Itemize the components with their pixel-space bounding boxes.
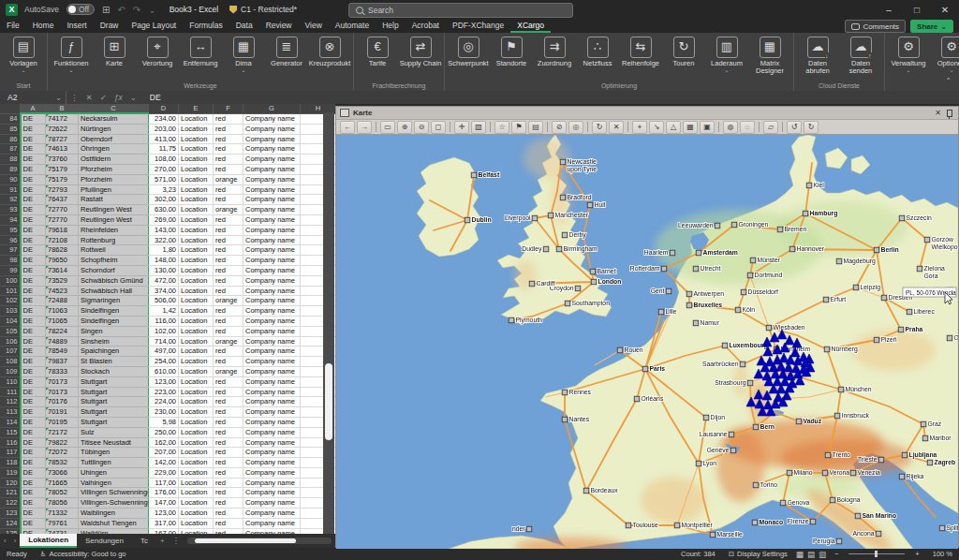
cell[interactable]: Company name — [243, 306, 301, 317]
row-header[interactable]: 95 — [0, 225, 21, 235]
cell[interactable]: Rottenburg — [79, 235, 149, 245]
cell[interactable]: red — [214, 214, 243, 225]
map-tool-forward-icon[interactable]: → — [357, 121, 372, 134]
cell[interactable]: 74613 — [46, 144, 79, 155]
cell[interactable]: Ostfildern — [79, 155, 149, 165]
cell[interactable]: Location — [179, 357, 214, 367]
display-settings-button[interactable]: ⊡Display Settings — [729, 550, 788, 558]
cell[interactable]: Location — [179, 366, 214, 376]
column-header-d[interactable]: D — [149, 104, 179, 113]
cell[interactable]: 130,00 — [149, 265, 179, 275]
cell[interactable]: 79618 — [46, 225, 79, 235]
cell[interactable]: red — [214, 184, 243, 195]
accessibility-status[interactable]: ♿Accessibility: Good to go — [40, 550, 126, 558]
row-header[interactable]: 90 — [0, 174, 21, 184]
cell[interactable]: Location — [179, 407, 214, 418]
cell[interactable]: red — [214, 458, 243, 468]
cell[interactable]: Company name — [243, 205, 301, 215]
cell[interactable]: red — [214, 164, 243, 174]
cell[interactable]: 78052 — [46, 488, 79, 498]
cell[interactable]: Location — [179, 518, 214, 528]
redo-icon[interactable]: ↷ — [133, 5, 140, 15]
cell[interactable]: Location — [179, 195, 214, 205]
cell[interactable]: 123,00 — [149, 508, 179, 519]
cell[interactable]: Location — [179, 265, 214, 275]
row-header[interactable]: 100 — [0, 275, 21, 286]
name-box[interactable]: A2⌄ — [0, 91, 66, 104]
cell[interactable]: DE — [21, 235, 46, 245]
map-tool-zoom-in-icon[interactable]: ⊕ — [397, 121, 412, 134]
ribbon-button-schwerpunkt[interactable]: ◎Schwerpunkt — [447, 35, 490, 67]
cell[interactable]: DE — [21, 498, 46, 508]
column-header-f[interactable]: F — [214, 104, 243, 113]
map-tool-rotate-left-icon[interactable]: ↺ — [787, 121, 802, 134]
cell[interactable]: red — [214, 488, 243, 498]
cell[interactable]: Company name — [243, 498, 301, 508]
cell[interactable]: Company name — [243, 124, 301, 134]
cell[interactable]: 3,23 — [149, 184, 179, 195]
cell[interactable]: Location — [179, 174, 214, 184]
cell[interactable]: 70195 — [46, 417, 79, 427]
row-header[interactable]: 112 — [0, 397, 21, 407]
cell[interactable]: 322,00 — [149, 235, 179, 245]
cell[interactable]: Location — [179, 225, 214, 235]
cell[interactable]: Location — [179, 437, 214, 448]
maximize-button[interactable]: □ — [903, 0, 931, 19]
cell[interactable]: Company name — [243, 417, 301, 427]
cell[interactable]: 162,00 — [149, 437, 179, 448]
ribbon-tab-automate[interactable]: Automate — [329, 19, 376, 33]
cell[interactable]: Location — [179, 275, 214, 286]
cell[interactable]: orange — [214, 205, 243, 215]
cell[interactable]: Company name — [243, 214, 301, 225]
cell[interactable]: Company name — [243, 235, 301, 245]
enter-icon[interactable]: ✓ — [100, 93, 107, 102]
cell[interactable]: DE — [21, 214, 46, 225]
cell[interactable]: Location — [179, 256, 214, 266]
cell[interactable]: Company name — [243, 467, 301, 478]
cell[interactable]: 78056 — [46, 498, 79, 508]
ribbon-button-kreuzprodukt[interactable]: ⊗Kreuzprodukt — [308, 35, 351, 67]
ribbon-tab-draw[interactable]: Draw — [94, 19, 125, 33]
sheet-tab-tc[interactable]: Tc — [132, 534, 156, 548]
cell[interactable]: 143,00 — [149, 225, 179, 235]
row-header[interactable]: 118 — [0, 458, 21, 468]
cell[interactable]: 71665 — [46, 478, 79, 488]
map-tool-favorites-icon[interactable]: ☆ — [494, 121, 509, 134]
ribbon-button-standorte[interactable]: ⚑Standorte — [490, 35, 533, 67]
row-header[interactable]: 111 — [0, 387, 21, 397]
cell[interactable]: Pforzheim — [79, 164, 149, 174]
horizontal-scrollbar-thumb[interactable] — [195, 538, 296, 543]
column-header-a[interactable]: A — [21, 104, 46, 113]
cell[interactable]: Company name — [243, 144, 301, 155]
cell[interactable]: Location — [179, 427, 214, 437]
cell[interactable]: Location — [179, 478, 214, 488]
cell[interactable]: 73066 — [46, 467, 79, 478]
cell[interactable]: red — [214, 306, 243, 317]
ribbon-button-funktionen[interactable]: ƒFunktionen⌄ — [50, 35, 93, 72]
cell[interactable]: 1,80 — [149, 245, 179, 256]
row-header[interactable]: 107 — [0, 346, 21, 357]
cell[interactable]: Location — [179, 144, 214, 155]
cell[interactable]: DE — [21, 174, 46, 184]
map-tool-zoom-window-icon[interactable]: ◻ — [431, 121, 446, 134]
cell[interactable]: 11,75 — [149, 144, 179, 155]
cell[interactable]: Location — [179, 155, 214, 165]
cell[interactable]: 79761 — [46, 518, 79, 528]
sheet-nav-left-icon[interactable]: ‹ — [4, 537, 7, 545]
sensitivity-label[interactable]: C1 - Restricted* — [241, 5, 297, 14]
cell[interactable]: Reutlingen West — [79, 214, 149, 225]
cell[interactable]: DE — [21, 387, 46, 397]
cell[interactable]: Company name — [243, 448, 301, 458]
cell[interactable]: Location — [179, 164, 214, 174]
map-tool-fit-icon[interactable]: ↘ — [649, 121, 664, 134]
ribbon-button-matrix-designer[interactable]: ▦Matrix Designer — [748, 35, 791, 75]
cell[interactable]: Nürtingen — [79, 124, 149, 134]
cell[interactable]: DE — [21, 306, 46, 317]
cell[interactable]: Company name — [243, 164, 301, 174]
cell[interactable]: 79837 — [46, 357, 79, 367]
cell[interactable]: red — [214, 357, 243, 367]
cell[interactable]: 72793 — [46, 184, 79, 195]
cell[interactable]: red — [214, 155, 243, 165]
cell[interactable]: 72172 — [46, 427, 79, 437]
map-pin-icon[interactable] — [947, 110, 952, 117]
